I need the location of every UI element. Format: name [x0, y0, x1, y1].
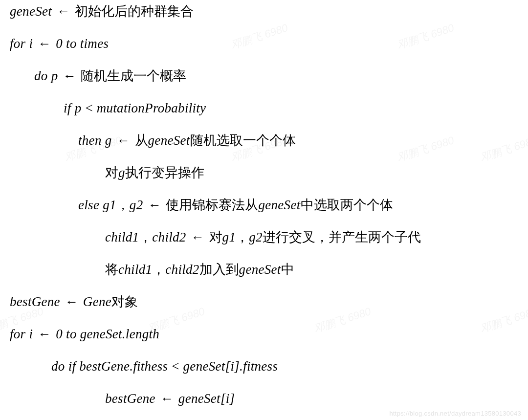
- italic-text: then g: [78, 134, 112, 147]
- code-line-9: 将child1，child2加入到geneSet中: [10, 263, 518, 276]
- code-line-7: else g1，g2←使用锦标赛法从geneSet中选取两个个体: [10, 199, 518, 212]
- cjk-text: 初始化后的种群集合: [75, 5, 194, 18]
- cjk-text: ，: [152, 263, 165, 276]
- pseudocode-block: geneSet←初始化后的种群集合for i←0 to timesdo p←随机…: [10, 5, 518, 420]
- italic-text: geneSet: [10, 5, 52, 18]
- italic-text: for i: [10, 37, 33, 50]
- cjk-text: 中: [281, 263, 294, 276]
- italic-text: g1: [222, 231, 236, 244]
- code-line-11: for i←0 to geneSet.length: [10, 328, 518, 341]
- italic-text: bestGene: [10, 295, 60, 309]
- italic-text: geneSet[i].fitness: [183, 360, 278, 373]
- left-arrow-icon: ←: [33, 37, 56, 50]
- cjk-text: 对象: [111, 295, 138, 309]
- cjk-text: ，: [116, 199, 130, 212]
- italic-text: for i: [10, 328, 33, 341]
- less-than-icon: <: [81, 102, 96, 115]
- cjk-text: 随机生成一个概率: [81, 69, 186, 83]
- cjk-text: 进行交叉，并产生两个子代: [263, 231, 421, 244]
- left-arrow-icon: ←: [33, 328, 56, 341]
- code-line-12: do if bestGene.fithess<geneSet[i].fitnes…: [10, 360, 518, 373]
- italic-text: do if bestGene.fithess: [51, 360, 168, 373]
- italic-text: geneSet: [239, 263, 281, 276]
- italic-text: child1: [118, 263, 152, 276]
- source-url: https://blog.csdn.net/daydream1358013004…: [389, 410, 521, 417]
- italic-text: g2: [130, 199, 143, 212]
- left-arrow-icon: ←: [143, 199, 166, 212]
- cjk-text: 中选取两个个体: [301, 199, 393, 212]
- code-line-4: if p<mutationProbability: [10, 102, 518, 115]
- cjk-text: ，: [236, 231, 249, 244]
- code-line-2: for i←0 to times: [10, 37, 518, 50]
- watermark: 邓鹏飞 6980: [478, 0, 528, 4]
- pseudocode-page: geneSet←初始化后的种群集合for i←0 to timesdo p←随机…: [0, 0, 528, 420]
- italic-text: else g1: [78, 199, 116, 212]
- italic-text: geneSet[i]: [178, 392, 235, 405]
- italic-text: do p: [34, 69, 58, 83]
- code-line-6: 对g执行变异操作: [10, 166, 518, 179]
- italic-text: if p: [64, 102, 81, 115]
- cjk-text: 对: [105, 166, 118, 179]
- code-line-5: then g←从geneSet随机选取一个个体: [10, 134, 518, 147]
- cjk-text: 加入到: [199, 263, 239, 276]
- cjk-text: 随机选取一个个体: [190, 134, 296, 147]
- left-arrow-icon: ←: [58, 69, 81, 83]
- italic-text: geneSet: [148, 134, 190, 147]
- code-line-13: bestGene←geneSet[i]: [10, 392, 518, 405]
- cjk-text: 将: [105, 263, 118, 276]
- italic-text: bestGene: [105, 392, 155, 405]
- italic-text: 0 to geneSet.length: [56, 328, 159, 341]
- code-line-3: do p←随机生成一个概率: [10, 69, 518, 83]
- italic-text: child2: [152, 231, 186, 244]
- italic-text: geneSet: [258, 199, 300, 212]
- italic-text: mutationProbability: [97, 102, 206, 115]
- less-than-icon: <: [168, 360, 183, 373]
- code-line-1: geneSet←初始化后的种群集合: [10, 5, 518, 18]
- code-line-8: child1，child2←对g1，g2进行交叉，并产生两个子代: [10, 231, 518, 244]
- left-arrow-icon: ←: [186, 231, 209, 244]
- italic-text: 0 to times: [56, 37, 109, 50]
- italic-text: g2: [249, 231, 263, 244]
- cjk-text: 使用锦标赛法从: [166, 199, 258, 212]
- left-arrow-icon: ←: [112, 134, 135, 147]
- code-line-10: bestGene←Gene对象: [10, 295, 518, 309]
- cjk-text: ，: [139, 231, 152, 244]
- left-arrow-icon: ←: [52, 5, 75, 18]
- left-arrow-icon: ←: [60, 295, 83, 309]
- italic-text: Gene: [83, 295, 111, 309]
- italic-text: child2: [165, 263, 199, 276]
- cjk-text: 对: [209, 231, 222, 244]
- italic-text: child1: [105, 231, 139, 244]
- left-arrow-icon: ←: [155, 392, 178, 405]
- cjk-text: 从: [135, 134, 148, 147]
- cjk-text: 执行变异操作: [125, 166, 204, 179]
- italic-text: g: [118, 166, 125, 179]
